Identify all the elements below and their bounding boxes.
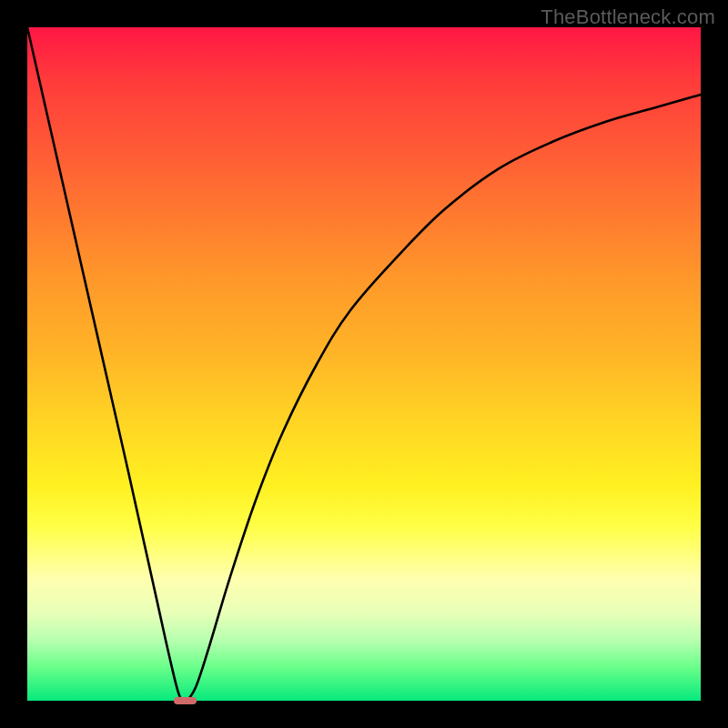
bottleneck-curve (27, 27, 701, 701)
chart-frame: TheBottleneck.com (0, 0, 728, 728)
plot-area (27, 27, 701, 701)
optimal-point-marker (174, 697, 197, 705)
watermark-text: TheBottleneck.com (541, 5, 715, 29)
